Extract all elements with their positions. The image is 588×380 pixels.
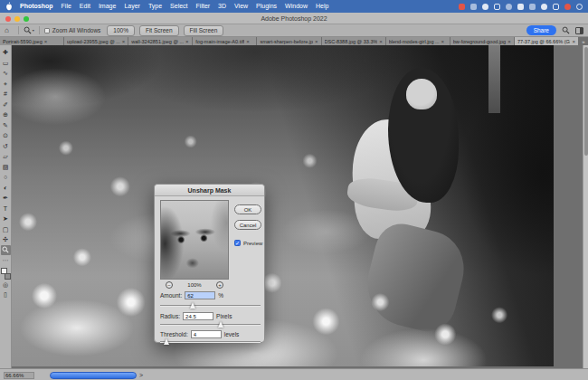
vertical-scrollbar[interactable] bbox=[583, 45, 588, 368]
menu-window[interactable]: Window bbox=[285, 0, 308, 13]
location-icon[interactable] bbox=[482, 4, 488, 10]
quick-mask-button[interactable]: ◎ bbox=[1, 280, 11, 290]
marquee-tool[interactable]: ▭ bbox=[1, 58, 11, 69]
tab-document-2[interactable]: upload-23955.jpeg @ ... × bbox=[64, 37, 128, 45]
menu-photoshop[interactable]: Photoshop bbox=[20, 0, 53, 13]
screen-mode-button[interactable]: ▯ bbox=[1, 290, 11, 300]
menu-layer[interactable]: Layer bbox=[124, 0, 140, 13]
share-button[interactable]: Share bbox=[526, 25, 556, 35]
menu-filter[interactable]: Filter bbox=[196, 0, 211, 13]
display-icon[interactable] bbox=[494, 4, 500, 10]
dialog-preview-image[interactable] bbox=[160, 200, 229, 280]
object-selection-tool[interactable]: ⌖ bbox=[1, 79, 11, 90]
tab-document-1[interactable]: Portrait-5590.jpeg × bbox=[0, 37, 64, 45]
radius-input[interactable] bbox=[183, 312, 213, 320]
amount-input[interactable] bbox=[185, 291, 215, 299]
tab-document-8[interactable]: bw-foreground-good.jpg × bbox=[450, 37, 515, 45]
gradient-tool[interactable]: ▨ bbox=[1, 162, 11, 173]
background-color-swatch[interactable] bbox=[5, 273, 11, 280]
healing-brush-tool[interactable]: ⊕ bbox=[1, 109, 11, 120]
preview-checkbox[interactable]: ✓ bbox=[234, 240, 241, 246]
workspace-switcher-icon[interactable] bbox=[575, 27, 583, 34]
canvas-area[interactable] bbox=[12, 45, 588, 368]
zoom-in-icon[interactable]: + bbox=[216, 281, 223, 289]
zoom-100-button[interactable]: 100% bbox=[107, 25, 135, 36]
ok-button[interactable]: OK bbox=[234, 204, 261, 214]
threshold-input[interactable] bbox=[191, 330, 222, 338]
time-machine-icon[interactable] bbox=[506, 4, 512, 10]
search-icon[interactable] bbox=[562, 26, 570, 34]
path-selection-tool[interactable]: ➤ bbox=[1, 214, 11, 224]
camera-icon[interactable] bbox=[517, 4, 524, 10]
crop-tool[interactable]: # bbox=[1, 89, 11, 100]
spotlight-icon[interactable] bbox=[541, 4, 547, 10]
pen-tool[interactable]: ✒ bbox=[1, 193, 11, 204]
close-icon[interactable]: × bbox=[246, 39, 250, 44]
cancel-button[interactable]: Cancel bbox=[234, 220, 261, 230]
menu-image[interactable]: Image bbox=[99, 0, 116, 13]
amount-slider[interactable] bbox=[160, 302, 261, 309]
fit-screen-button[interactable]: Fit Screen bbox=[139, 25, 179, 36]
slider-track[interactable] bbox=[160, 324, 261, 326]
zoom-tool-icon[interactable]: ▾ bbox=[24, 26, 34, 34]
close-icon[interactable]: × bbox=[441, 39, 445, 44]
keyboard-icon[interactable] bbox=[470, 4, 477, 10]
tab-document-7[interactable]: blend-modes-girl.jpg ... × bbox=[386, 37, 450, 45]
vertical-scrollbar-thumb[interactable] bbox=[584, 47, 588, 156]
menu-view[interactable]: View bbox=[234, 0, 248, 13]
move-tool[interactable]: ✚ bbox=[1, 47, 11, 58]
tab-overflow-button[interactable]: » bbox=[579, 37, 588, 45]
close-icon[interactable]: × bbox=[572, 39, 575, 44]
fill-screen-button[interactable]: Fill Screen bbox=[184, 25, 224, 36]
eraser-tool[interactable]: ▱ bbox=[1, 151, 11, 162]
apple-menu-icon[interactable] bbox=[5, 2, 13, 11]
menu-edit[interactable]: Edit bbox=[80, 0, 90, 13]
zoom-all-windows-checkbox[interactable] bbox=[44, 28, 50, 33]
tab-document-9-active[interactable]: 77-37.jpg @ 66.66% (Gray/8*) × bbox=[515, 37, 579, 45]
brush-tool[interactable]: ✎ bbox=[1, 120, 11, 131]
menu-select[interactable]: Select bbox=[170, 0, 187, 13]
menu-help[interactable]: Help bbox=[316, 0, 328, 13]
tab-document-4[interactable]: fog-main-image-A0.tiff × bbox=[193, 37, 257, 45]
zoom-out-icon[interactable]: − bbox=[166, 281, 173, 289]
status-zoom-input[interactable] bbox=[4, 372, 34, 379]
menu-plugins[interactable]: Plugins bbox=[256, 0, 277, 13]
dialog-title[interactable]: Unsharp Mask bbox=[155, 185, 264, 196]
wifi-icon[interactable] bbox=[529, 4, 536, 10]
type-tool[interactable]: T bbox=[1, 204, 11, 214]
blur-tool[interactable]: ○ bbox=[1, 172, 11, 183]
close-icon[interactable]: × bbox=[185, 39, 189, 44]
slider-track[interactable] bbox=[160, 305, 261, 307]
dodge-tool[interactable]: ◐ bbox=[1, 183, 11, 194]
radius-slider[interactable] bbox=[160, 321, 261, 328]
slider-thumb[interactable] bbox=[164, 338, 169, 345]
zoom-tool-selected[interactable] bbox=[1, 245, 11, 256]
slider-track[interactable] bbox=[160, 341, 261, 343]
history-brush-tool[interactable]: ↺ bbox=[1, 141, 11, 152]
color-swatches[interactable] bbox=[1, 268, 11, 280]
tab-document-6[interactable]: DSC-8388.jpg @ 33.3% ... × bbox=[322, 37, 386, 45]
rectangle-tool[interactable]: ▢ bbox=[1, 224, 11, 235]
control-center-icon[interactable] bbox=[553, 4, 559, 10]
horizontal-scrollbar-thumb[interactable] bbox=[50, 372, 137, 379]
close-icon[interactable]: × bbox=[122, 39, 126, 44]
clock-icon[interactable] bbox=[576, 4, 583, 10]
menu-file[interactable]: File bbox=[62, 0, 71, 13]
color-sync-icon[interactable] bbox=[459, 4, 465, 10]
hand-tool[interactable]: ✣ bbox=[1, 234, 11, 245]
menu-3d[interactable]: 3D bbox=[218, 0, 226, 13]
menu-type[interactable]: Type bbox=[148, 0, 162, 13]
slider-thumb[interactable] bbox=[218, 321, 223, 328]
tab-document-5[interactable]: smart-sharpen-before.jpeg × bbox=[257, 37, 321, 45]
foreground-color-swatch[interactable] bbox=[1, 268, 7, 274]
photo-bw-portrait[interactable] bbox=[12, 45, 554, 366]
close-icon[interactable]: × bbox=[507, 39, 511, 44]
close-icon[interactable]: × bbox=[315, 39, 318, 44]
close-icon[interactable]: × bbox=[379, 39, 383, 44]
slider-thumb[interactable] bbox=[190, 302, 195, 309]
edit-toolbar-button[interactable]: ⋯ bbox=[1, 255, 11, 266]
eyedropper-tool[interactable]: ✐ bbox=[1, 100, 11, 110]
record-icon[interactable] bbox=[564, 4, 571, 10]
threshold-slider[interactable] bbox=[160, 338, 261, 346]
lasso-tool[interactable]: ∿ bbox=[1, 68, 11, 79]
